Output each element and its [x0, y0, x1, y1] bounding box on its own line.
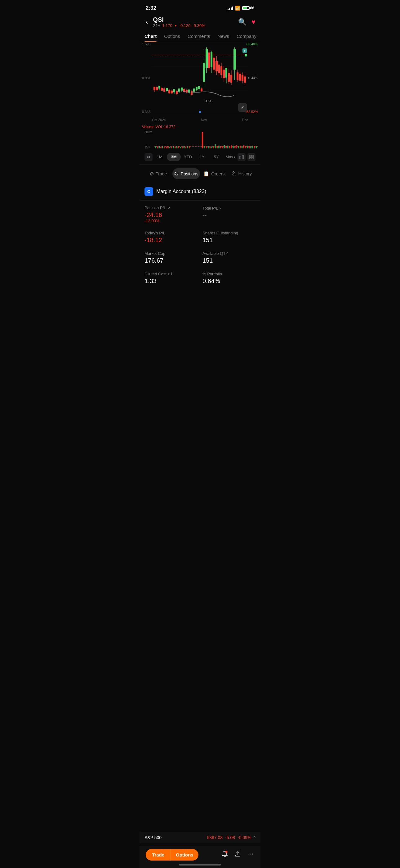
history-tab[interactable]: ⏱ History	[228, 168, 256, 179]
svg-rect-81	[160, 147, 162, 148]
chart-badge-b: B	[242, 49, 247, 53]
portfolio-pct-label: % Portfolio	[202, 272, 256, 276]
portfolio-pct-cell: % Portfolio 0.64%	[202, 272, 256, 285]
tab-chart[interactable]: Chart	[144, 30, 157, 42]
trade-tab-icon: ⊘	[150, 171, 154, 177]
time-1m-button[interactable]: 1M	[153, 153, 167, 161]
search-button[interactable]: 🔍	[238, 18, 246, 26]
watchlist-heart-button[interactable]: ♥	[252, 18, 256, 26]
svg-rect-49	[208, 53, 210, 68]
svg-rect-131	[249, 155, 251, 157]
svg-rect-121	[243, 145, 244, 148]
svg-rect-104	[213, 146, 214, 148]
positions-tab[interactable]: 🗂 Positions	[172, 168, 200, 179]
header-actions: 🔍 ♥	[238, 18, 256, 26]
svg-rect-102	[209, 147, 210, 148]
time-24h-button[interactable]: 24	[144, 153, 153, 161]
wifi-icon: 📶	[235, 6, 240, 10]
chart-dot-indicator	[199, 111, 201, 113]
time-ytd-button[interactable]: YTD	[181, 153, 195, 161]
volume-y-labels: 300M 150	[144, 130, 152, 149]
time-1y-button[interactable]: 1Y	[195, 153, 209, 161]
svg-rect-65	[228, 73, 230, 82]
svg-rect-82	[162, 147, 163, 148]
back-button[interactable]: ‹	[144, 17, 149, 27]
chart-dot-green	[245, 54, 247, 57]
svg-rect-7	[156, 87, 158, 90]
total-pl-arrow-icon[interactable]: ›	[220, 206, 221, 211]
tab-options[interactable]: Options	[164, 30, 180, 42]
price-label-0612: 0.612	[205, 99, 214, 103]
tab-news[interactable]: News	[218, 30, 229, 42]
svg-rect-75	[241, 75, 243, 81]
svg-rect-55	[215, 61, 218, 71]
tab-company[interactable]: Company	[237, 30, 257, 42]
svg-rect-79	[157, 147, 158, 148]
portfolio-pct-value: 0.64%	[202, 278, 256, 285]
info-icon[interactable]: ℹ	[171, 272, 172, 276]
battery-indicator: 66	[242, 6, 254, 10]
export-icon[interactable]: ↗	[167, 206, 170, 210]
tab-comments[interactable]: Comments	[188, 30, 210, 42]
svg-rect-11	[161, 88, 163, 91]
battery-icon	[242, 6, 249, 10]
shares-outstanding-cell: Shares Outstanding 151	[202, 231, 256, 244]
svg-rect-37	[193, 89, 195, 92]
svg-rect-59	[221, 66, 222, 75]
ticker-change: -0.120	[179, 23, 191, 28]
svg-rect-117	[236, 145, 237, 148]
svg-rect-94	[184, 146, 185, 148]
time-range-selector: 24 1M 3M YTD 1Y 5Y Max ▾	[139, 150, 261, 164]
svg-rect-19	[171, 91, 173, 93]
chart-compare-icon[interactable]	[237, 153, 245, 161]
tab-bar: Chart Options Comments News Company	[139, 30, 261, 42]
account-icon: C	[144, 187, 153, 196]
volume-section: Volume VOL:16.372 300M 150	[139, 123, 261, 150]
todays-pl-value: -18.12	[144, 237, 198, 244]
available-qty-cell: Available QTY 151	[202, 251, 256, 264]
total-pl-label: Total P/L ›	[202, 206, 256, 211]
account-name: Margin Account (8323)	[156, 189, 206, 194]
svg-rect-91	[178, 146, 179, 148]
time-max-button[interactable]: Max ▾	[223, 153, 237, 161]
svg-rect-101	[208, 146, 209, 148]
svg-rect-134	[252, 157, 253, 159]
svg-rect-9	[159, 86, 160, 89]
svg-rect-25	[178, 89, 180, 92]
orders-tab[interactable]: 📋 Orders	[200, 168, 228, 179]
svg-rect-95	[185, 147, 186, 148]
svg-rect-108	[220, 146, 222, 148]
signal-bars-icon	[228, 6, 233, 10]
svg-rect-69	[233, 49, 236, 69]
svg-rect-92	[180, 147, 181, 148]
svg-rect-90	[176, 147, 178, 148]
market-cap-cell: Market Cap 176.67	[144, 251, 198, 264]
chevron-down-icon: ▾	[234, 156, 235, 159]
chevron-down-small-icon[interactable]: ▾	[168, 272, 170, 276]
position-data-grid: Position P/L ↗ -24.16 -12.03% Total P/L …	[139, 200, 261, 290]
svg-rect-17	[168, 90, 170, 93]
svg-rect-73	[239, 74, 241, 81]
svg-rect-93	[182, 147, 183, 148]
available-qty-label: Available QTY	[202, 251, 256, 256]
svg-rect-57	[218, 65, 220, 73]
price-chart[interactable]: 1.596 0.981 0.366 63.40% 0.44% -62.52%	[139, 42, 261, 123]
volume-chart: 300M 150	[142, 130, 258, 149]
status-bar: 2:32 📶 66	[139, 0, 261, 14]
stock-header: ‹ QSI 24H 1.170 ▼ -0.120 -9.30% 🔍 ♥	[139, 14, 261, 30]
diluted-cost-cell: Diluted Cost ▾ ℹ 1.33	[144, 272, 198, 285]
svg-rect-86	[169, 147, 171, 148]
chart-expand-button[interactable]: ⤢	[238, 103, 247, 112]
chart-type-icon[interactable]	[247, 153, 256, 161]
svg-rect-96	[187, 147, 188, 148]
time-3m-button[interactable]: 3M	[167, 153, 181, 161]
history-tab-icon: ⏱	[231, 171, 236, 177]
trade-tab[interactable]: ⊘ Trade	[144, 168, 172, 179]
svg-rect-27	[181, 88, 182, 91]
svg-rect-80	[159, 146, 160, 148]
time-5y-button[interactable]: 5Y	[209, 153, 224, 161]
svg-rect-35	[191, 91, 193, 95]
total-pl-cell: Total P/L › --	[202, 206, 256, 223]
candlestick-svg	[152, 42, 248, 114]
svg-rect-21	[173, 89, 175, 92]
